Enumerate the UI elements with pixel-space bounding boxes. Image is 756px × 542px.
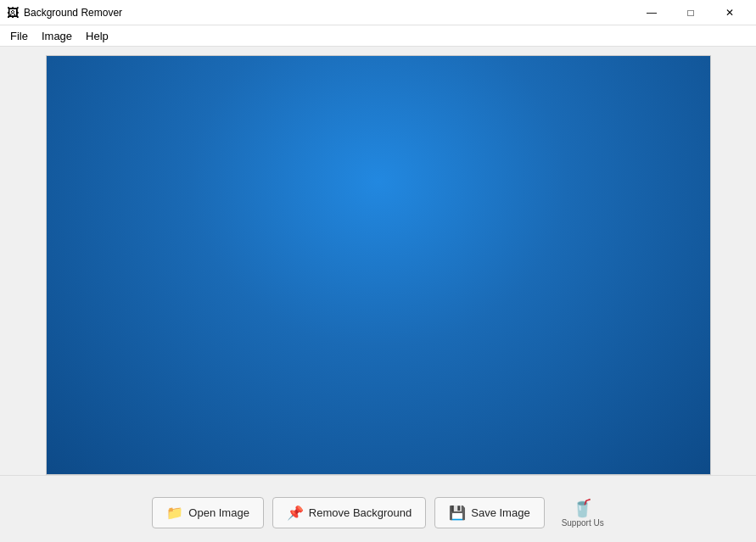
- coffee-icon: 🥤: [572, 498, 593, 518]
- title-bar-left: 🖼 Background Remover: [7, 6, 122, 20]
- remove-background-label: Remove Background: [309, 506, 412, 519]
- menu-image[interactable]: Image: [35, 28, 79, 44]
- menu-help[interactable]: Help: [79, 28, 115, 44]
- bottom-toolbar: 📁 Open Image 📌 Remove Background 💾 Save …: [0, 475, 756, 542]
- app-icon: 🖼: [7, 6, 19, 20]
- title-bar: 🖼 Background Remover — □ ✕: [0, 0, 756, 25]
- open-image-button[interactable]: 📁 Open Image: [152, 497, 264, 528]
- main-content: 📁 Open Image 📌 Remove Background 💾 Save …: [0, 47, 756, 542]
- open-image-label: Open Image: [188, 506, 249, 519]
- support-area[interactable]: 🥤 Support Us: [562, 498, 604, 528]
- minimize-button[interactable]: —: [632, 0, 671, 25]
- photo-display: [47, 56, 710, 474]
- save-image-icon: 💾: [449, 505, 466, 521]
- close-button[interactable]: ✕: [710, 0, 749, 25]
- save-image-label: Save Image: [471, 506, 529, 519]
- menu-bar: File Image Help: [0, 25, 756, 47]
- save-image-button[interactable]: 💾 Save Image: [434, 497, 544, 528]
- background-layer: [47, 56, 710, 474]
- remove-background-button[interactable]: 📌 Remove Background: [272, 497, 426, 528]
- image-canvas: [46, 55, 711, 475]
- toolbar-buttons: 📁 Open Image 📌 Remove Background 💾 Save …: [152, 497, 603, 528]
- app-title: Background Remover: [24, 7, 122, 19]
- open-image-icon: 📁: [166, 505, 183, 521]
- remove-bg-icon: 📌: [287, 505, 304, 521]
- menu-file[interactable]: File: [3, 28, 35, 44]
- maximize-button[interactable]: □: [671, 0, 710, 25]
- title-bar-controls: — □ ✕: [632, 0, 749, 25]
- support-label: Support Us: [562, 518, 604, 528]
